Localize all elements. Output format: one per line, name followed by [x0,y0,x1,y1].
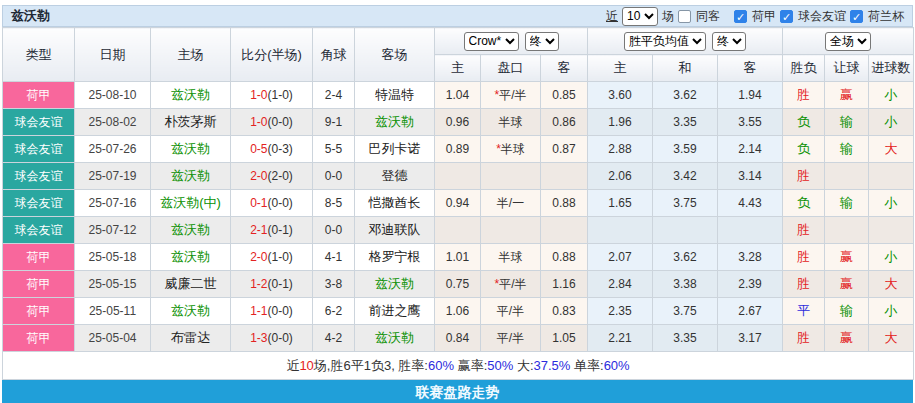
col-header-score: 比分(半场) [231,28,313,82]
home-team-cell: 兹沃勒(中) [151,190,231,217]
avg-draw-odds-cell: 3.35 [653,325,718,352]
handicap-cell [481,163,541,190]
score-cell: 2-1(0-1) [231,217,313,244]
full-match-select[interactable]: 全场 [825,32,871,51]
crow-home-odds-cell: 0.84 [435,325,481,352]
league-trend-link[interactable]: 联赛盘路走势 [2,380,913,403]
league-checkbox-cup[interactable]: ✓ [850,10,863,23]
home-team-cell: 兹沃勒 [151,244,231,271]
away-team-cell: 兹沃勒 [355,109,435,136]
match-type-cell: 荷甲 [3,82,75,109]
score-cell: 1-0(1-0) [231,82,313,109]
avg-away-odds-cell: 2.39 [718,271,783,298]
league-label-friendly: 球会友谊 [798,8,846,25]
avg-group-header: 胜平负均值 终 [588,28,783,55]
avg-draw-odds-cell: 3.35 [653,109,718,136]
match-type-cell: 球会友谊 [3,190,75,217]
score-cell: 2-0(1-0) [231,244,313,271]
sub-col-avg-draw: 和 [653,55,718,82]
bookmaker-select[interactable]: Crow* [464,32,519,51]
near-label[interactable]: 近 [606,8,618,25]
table-row: 球会友谊 25-07-26 兹沃勒 0-5(0-3) 5-5 巴列卡诺 0.89… [3,136,914,163]
win-loss-cell: 负 [783,136,825,163]
avg-away-odds-cell: 3.14 [718,163,783,190]
handicap-result-cell: 输 [825,298,869,325]
summary-row: 近10场,胜6平1负3, 胜率:60% 赢率:50% 大:37.5% 单率:60… [3,352,914,380]
goals-result-cell: 小 [869,82,914,109]
away-team-cell: 邓迪联队 [355,217,435,244]
match-type-cell: 荷甲 [3,298,75,325]
col-header-home: 主场 [151,28,231,82]
sub-col-handicap: 盘口 [481,55,541,82]
league-checkbox-friendly[interactable]: ✓ [780,10,793,23]
near-count-select[interactable]: 10 [622,7,658,26]
handicap-result-cell: 输 [825,109,869,136]
crow-away-odds-cell: 0.85 [541,82,588,109]
avg-odds-select[interactable]: 胜平负均值 [624,32,706,51]
odds-stage-select[interactable]: 终 [525,32,559,51]
score-cell: 0-5(0-3) [231,136,313,163]
same-away-checkbox[interactable] [678,10,691,23]
result-group-header: 全场 [783,28,914,55]
win-loss-cell: 胜 [783,244,825,271]
away-team-cell: 特温特 [355,82,435,109]
handicap-result-cell: 输 [825,136,869,163]
crow-home-odds-cell: 1.01 [435,244,481,271]
score-cell: 0-1(0-0) [231,190,313,217]
avg-home-odds-cell: 1.65 [588,190,653,217]
handicap-cell: *平/半 [481,82,541,109]
sub-col-goals-result: 进球数 [869,55,914,82]
handicap-cell: 半/一 [481,190,541,217]
crow-home-odds-cell [435,217,481,244]
col-header-date: 日期 [75,28,151,82]
avg-draw-odds-cell: 3.38 [653,271,718,298]
games-label: 场 [662,8,674,25]
avg-stage-select[interactable]: 终 [712,32,746,51]
handicap-result-cell: 赢 [825,271,869,298]
win-loss-cell: 胜 [783,325,825,352]
avg-away-odds-cell [718,217,783,244]
away-team-cell: 兹沃勒 [355,325,435,352]
crow-home-odds-cell: 1.06 [435,298,481,325]
team-title: 兹沃勒 [11,7,50,25]
avg-draw-odds-cell: 3.75 [653,298,718,325]
avg-draw-odds-cell: 3.62 [653,82,718,109]
win-loss-cell: 胜 [783,271,825,298]
match-date-cell: 25-08-10 [75,82,151,109]
away-team-cell: 格罗宁根 [355,244,435,271]
table-row: 荷甲 25-08-10 兹沃勒 1-0(1-0) 2-4 特温特 1.04 *平… [3,82,914,109]
handicap-result-cell: 赢 [825,244,869,271]
league-label-cup: 荷兰杯 [868,8,904,25]
handicap-cell: 平/半 [481,325,541,352]
corners-cell: 9-1 [313,109,355,136]
match-type-cell: 球会友谊 [3,136,75,163]
win-loss-cell: 胜 [783,82,825,109]
corners-cell: 4-1 [313,244,355,271]
odds-group-header: Crow* 终 [435,28,588,55]
crow-away-odds-cell: 0.83 [541,298,588,325]
home-team-cell: 布雷达 [151,325,231,352]
home-team-cell: 威廉二世 [151,271,231,298]
goals-result-cell [869,217,914,244]
home-team-cell: 朴茨茅斯 [151,109,231,136]
away-team-cell: 兹沃勒 [355,271,435,298]
avg-away-odds-cell: 3.55 [718,109,783,136]
away-team-cell: 前进之鹰 [355,298,435,325]
crow-home-odds-cell: 0.96 [435,109,481,136]
corners-cell: 4-2 [313,325,355,352]
win-loss-cell: 平 [783,298,825,325]
avg-home-odds-cell: 2.21 [588,325,653,352]
match-type-cell: 球会友谊 [3,109,75,136]
score-cell: 1-3(0-0) [231,325,313,352]
corners-cell: 8-5 [313,190,355,217]
win-loss-cell: 胜 [783,217,825,244]
match-type-cell: 荷甲 [3,271,75,298]
league-checkbox-eredivisie[interactable]: ✓ [734,10,747,23]
match-date-cell: 25-07-12 [75,217,151,244]
sub-col-crow-away: 客 [541,55,588,82]
home-team-cell: 兹沃勒 [151,298,231,325]
avg-home-odds-cell: 2.07 [588,244,653,271]
crow-home-odds-cell: 0.75 [435,271,481,298]
title-bar: 兹沃勒 近 10 场 同客 ✓ 荷甲 ✓ 球会友谊 ✓ 荷兰杯 [2,5,913,27]
match-date-cell: 25-07-19 [75,163,151,190]
